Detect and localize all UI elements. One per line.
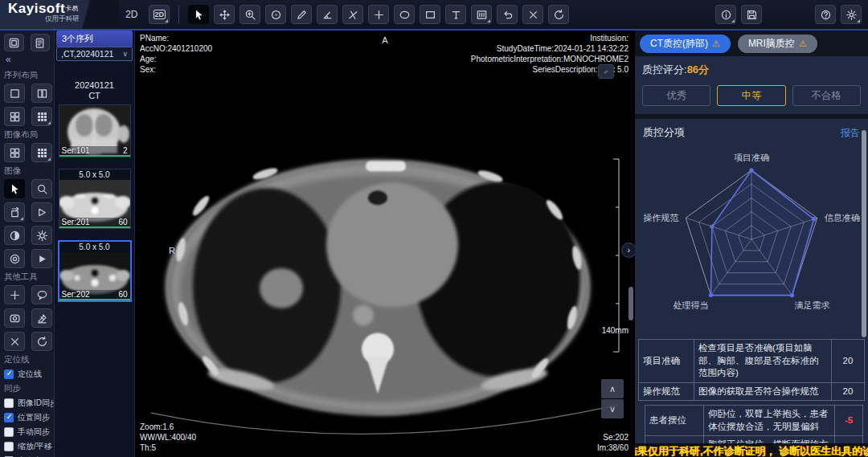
reset-view-button[interactable] — [31, 332, 52, 351]
overlay-line: PhotometricInterpretation:MONOCHROME2 — [471, 54, 628, 64]
eraser-button[interactable] — [31, 308, 52, 328]
sidebar-tool-grid — [4, 84, 50, 126]
series-dropdown[interactable]: ,CT,20240121 ∨ — [56, 47, 133, 61]
settings-button[interactable] — [841, 5, 862, 24]
plus-icon — [9, 289, 21, 301]
series-thumbnail-202[interactable]: 5.0 x 5.0 Ser:202 — [58, 240, 132, 302]
frames-button[interactable] — [471, 5, 492, 24]
report-panel-button[interactable] — [31, 34, 51, 51]
window-preset-button[interactable] — [4, 249, 25, 268]
link-series-button[interactable] — [598, 64, 614, 79]
overlay-line: StudyDateTime:2024-01-21 14:32:22 — [471, 43, 628, 54]
series-list-button[interactable] — [4, 34, 24, 51]
image-select-button[interactable] — [4, 179, 25, 198]
overlay-line: WW/WL:400/40 — [140, 432, 196, 443]
pan-tool-button[interactable] — [214, 5, 235, 24]
radar-chart: 项目准确信息准确满足需求处理得当操作规范 — [640, 145, 863, 334]
score-value: 86分 — [687, 63, 709, 75]
image-layout-3x3-button[interactable] — [31, 143, 52, 162]
top-toolbar: Kayisoft卡易 仅用于科研 2D 2D — [0, 0, 868, 31]
rect-roi-button[interactable] — [420, 5, 440, 24]
left-tool-sidebar: « 序列布局图像布局图像其他工具 定位线 定位线 同步 图像ID同步位置同步手动… — [0, 31, 55, 457]
window-level-tool-button[interactable] — [265, 5, 286, 24]
grade-fail-button[interactable]: 不合格 — [792, 85, 861, 106]
probe-tool-button[interactable] — [368, 5, 389, 24]
roi-window-button[interactable] — [4, 308, 25, 328]
comment-button[interactable] — [31, 285, 52, 304]
collapse-sidebar-button[interactable]: « — [4, 53, 50, 67]
roi-icon — [9, 312, 21, 324]
panel-scrollbar-thumb[interactable] — [862, 130, 866, 337]
help-button[interactable] — [815, 5, 836, 24]
cobb-angle-tool-button[interactable] — [342, 5, 363, 24]
measure-tool-button[interactable] — [291, 5, 312, 24]
checkbox-manual-sync[interactable]: 手动同步 — [4, 426, 50, 438]
save-button[interactable] — [741, 5, 762, 24]
checkbox-label: 定位线 — [18, 369, 42, 380]
series-thumbnail-101[interactable]: Ser:101 2 — [59, 104, 131, 157]
panel-expander-button[interactable]: › — [621, 243, 635, 258]
zoom-tool-button[interactable] — [240, 5, 260, 24]
gear-icon — [845, 9, 858, 21]
orientation-marker-anterior: A — [382, 35, 387, 45]
angle-tool-button[interactable] — [317, 5, 338, 24]
info-button[interactable] — [715, 5, 736, 24]
tab-ct-lung-qc[interactable]: CT质控(肺部) ⚠ — [640, 35, 731, 53]
report-icon — [34, 37, 46, 49]
overlay-line: Institusion: — [471, 33, 628, 43]
series-thumbnail-201[interactable]: 5.0 x 5.0 Ser:201 — [59, 169, 131, 229]
app-window: Kayisoft卡易 仅用于科研 2D 2D « 序列布局图像布局图像其他工具 … — [0, 0, 868, 457]
image-layout-2x2-button[interactable] — [4, 143, 25, 162]
toolbar-separator — [178, 6, 179, 23]
invert-button[interactable] — [4, 226, 25, 245]
series-layout-1x1-button[interactable] — [4, 84, 25, 103]
overlay-line: PName: — [140, 33, 212, 43]
ellipse-roi-button[interactable] — [394, 5, 415, 24]
undo-icon — [502, 9, 514, 21]
checkbox-position-sync[interactable]: 位置同步 — [4, 412, 50, 423]
next-image-button[interactable]: ∨ — [601, 399, 624, 418]
checkbox-zoom-pan-sync[interactable]: 缩放/平移 — [4, 441, 50, 452]
select-tool-button[interactable] — [188, 5, 209, 24]
orientation-marker-right: R — [169, 246, 175, 255]
grade-excellent-button[interactable]: 优秀 — [642, 85, 710, 106]
sidebar-section-label: 其他工具 — [4, 271, 50, 283]
magnify-button[interactable] — [31, 179, 52, 198]
series-layout-1x2-button[interactable] — [31, 84, 52, 103]
table-cell: 20 — [832, 382, 865, 401]
previous-image-button[interactable]: ∧ — [601, 379, 624, 398]
brightness-button[interactable] — [31, 226, 52, 245]
mode-2d-button[interactable]: 2D — [149, 5, 170, 24]
mode-2d-label: 2D — [125, 9, 137, 20]
sidebar-tool-grid — [4, 285, 50, 351]
thumb-ser-label: Ser:101 — [62, 146, 90, 155]
play-button[interactable] — [31, 249, 52, 268]
tab-mri-brain-qc[interactable]: MRI脑质控 ⚠ — [738, 35, 817, 53]
thumb-ser-label: Ser:201 — [62, 218, 90, 226]
rotate-button[interactable] — [4, 202, 25, 222]
checkbox-localizer-line[interactable]: 定位线 — [4, 369, 50, 380]
undo-button[interactable] — [497, 5, 518, 24]
grade-medium-button[interactable]: 中等 — [717, 85, 785, 106]
sidebar-section-label: 图像布局 — [4, 129, 50, 141]
cine-button[interactable] — [31, 202, 52, 222]
series-layout-2x2-button[interactable] — [4, 107, 25, 126]
reset-button[interactable] — [548, 5, 569, 24]
checkbox-icon — [4, 442, 14, 451]
image-viewport[interactable]: PName:AccNO:2401210200Age:Sex: Institusi… — [135, 31, 635, 457]
text-annotation-button[interactable] — [445, 5, 466, 24]
delete-button[interactable] — [4, 332, 25, 351]
save-icon — [746, 9, 758, 21]
overlay-line: Age: — [140, 54, 212, 64]
checkbox-image-id-sync[interactable]: 图像ID同步 — [4, 398, 50, 409]
report-link[interactable]: 报告 — [841, 126, 860, 140]
delete-annotation-button[interactable] — [522, 5, 543, 24]
series-layout-3x3-button[interactable] — [31, 107, 52, 126]
thumb-header: 5.0 x 5.0 — [59, 242, 130, 252]
cobb-icon — [347, 9, 359, 21]
qc-section-title: 质控分项 — [643, 125, 685, 140]
add-button[interactable] — [4, 285, 25, 304]
play-icon — [36, 253, 48, 265]
image-scrollbar-thumb[interactable] — [628, 287, 633, 320]
logo-sub-text: 卡易 — [65, 5, 78, 12]
